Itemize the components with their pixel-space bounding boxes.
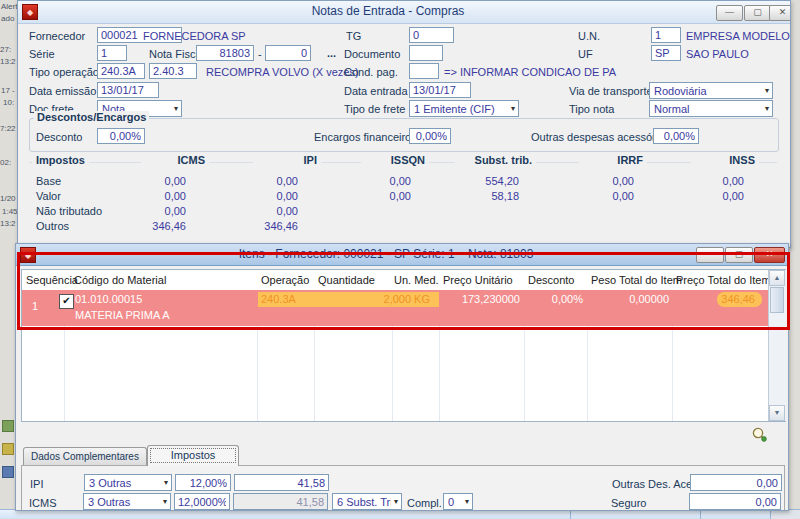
ipi-base: 0,00: [238, 175, 298, 187]
bg-toolbar-icon: [2, 420, 14, 432]
col-operacao[interactable]: Operação: [261, 274, 309, 286]
col-preco-unitario[interactable]: Preço Unitário: [443, 274, 513, 286]
item-desconto: 0,00%: [524, 293, 583, 305]
un-input[interactable]: [651, 27, 681, 43]
chevron-down-icon: ▾: [765, 104, 769, 113]
ipi-valor-input[interactable]: [234, 474, 329, 491]
maximize-button[interactable]: ▢: [744, 5, 771, 21]
tg-input[interactable]: [409, 27, 454, 43]
compl-label: Compl.: [407, 497, 442, 509]
bg-fragment: 13:2: [0, 219, 16, 228]
col-quantidade[interactable]: Quantidade: [318, 274, 375, 286]
nota-fiscal-input[interactable]: [196, 45, 254, 61]
impostos-row-valor: Valor: [36, 190, 61, 202]
grid-column-line: [439, 326, 440, 421]
item-checkbox[interactable]: ✔: [59, 294, 74, 309]
tipo-frete-select[interactable]: 1 Emitente (CIF)▾: [409, 100, 519, 117]
uf-label: UF: [578, 48, 593, 60]
uf-input[interactable]: [651, 45, 681, 61]
grid-column-line: [587, 326, 588, 421]
icms-valor: 0,00: [126, 190, 186, 202]
ipi-aliquota-input[interactable]: [175, 474, 231, 491]
desconto-input[interactable]: [97, 128, 145, 144]
impostos-header-subst: Subst. trib.: [455, 154, 536, 166]
data-entrada-input[interactable]: [409, 82, 471, 98]
item-row-selected[interactable]: 1 ✔ 01.010.00015 MATERIA PRIMA A 240.3A …: [22, 290, 768, 326]
tipo-nota-select[interactable]: Normal▾: [649, 100, 773, 117]
window-notas-entrada: ◆ Notas de Entrada - Compras — ▢ ✕ Forne…: [17, 0, 791, 248]
maximize-button[interactable]: ▢: [725, 247, 753, 263]
col-peso-total[interactable]: Peso Total do Item: [591, 274, 682, 286]
chevron-down-icon: ▾: [174, 104, 178, 113]
ipi-tipo-select[interactable]: 3 Outras▾: [84, 474, 172, 491]
tipo-operacao-code1-input[interactable]: [97, 63, 145, 79]
close-button[interactable]: ✕: [754, 247, 785, 263]
main-window-title: Notas de Entrada - Compras: [78, 1, 698, 22]
app-icon: ◆: [22, 4, 38, 20]
main-titlebar[interactable]: ◆ Notas de Entrada - Compras — ▢ ✕: [18, 1, 790, 24]
via-transporte-select[interactable]: Rodoviária▾: [649, 82, 773, 99]
more-button[interactable]: ...: [327, 47, 336, 59]
bottom-bar-segment: [770, 510, 800, 519]
outras-despesas-input[interactable]: [653, 128, 699, 144]
nota-fiscal-dash: -: [258, 48, 262, 60]
data-emissao-input[interactable]: [97, 82, 159, 98]
scroll-up-icon[interactable]: ▲: [769, 270, 785, 286]
serie-input[interactable]: [97, 45, 127, 61]
irrf-base: 0,00: [574, 175, 634, 187]
issqn-valor: 0,00: [351, 190, 411, 202]
col-un-med[interactable]: Un. Med.: [394, 274, 439, 286]
seguro-input[interactable]: [689, 493, 781, 510]
col-preco-total[interactable]: Preço Total do Item: [676, 274, 771, 286]
ipi-outros: 346,46: [238, 220, 298, 232]
tipo-operacao-label: Tipo operação: [29, 66, 99, 78]
bg-fragment: 27:: [0, 45, 11, 54]
inss-valor: 0,00: [684, 190, 744, 202]
minimize-button[interactable]: —: [696, 247, 724, 263]
item-preco-total: 346,46: [721, 293, 755, 305]
grid-scrollbar[interactable]: ▲ ▼: [768, 270, 786, 421]
chevron-down-icon: ▾: [465, 497, 469, 506]
impostos-header-ipi: IPI: [253, 154, 321, 166]
cond-pag-label: Cond. pag.: [344, 66, 398, 78]
items-grid: Sequência Código do Material Operação Qu…: [21, 269, 786, 422]
compl-select[interactable]: 0▾: [443, 493, 473, 510]
itens-titlebar[interactable]: ◆ Itens - Fornecedor: 000021 - SP Série:…: [16, 244, 788, 266]
col-desconto[interactable]: Desconto: [528, 274, 574, 286]
bg-toolbar-icon: [2, 466, 14, 478]
cond-pag-input[interactable]: [409, 63, 439, 79]
col-codigo-material[interactable]: Código do Material: [74, 274, 166, 286]
tab-dados-complementares[interactable]: Dados Complementares: [23, 447, 147, 465]
icms-valor-input[interactable]: [233, 493, 328, 510]
serie-label: Série: [29, 48, 55, 60]
outras-des-input[interactable]: [690, 474, 782, 491]
nota-fiscal-seq-input[interactable]: [265, 45, 311, 61]
descontos-group-title: Descontos/Encargos: [34, 111, 149, 123]
tipo-operacao-code2-input[interactable]: [149, 63, 197, 79]
scroll-down-icon[interactable]: ▼: [769, 405, 785, 421]
un-label: U.N.: [578, 30, 600, 42]
documento-input[interactable]: [409, 45, 443, 61]
desconto-label: Desconto: [36, 131, 82, 143]
bg-fragment: 02:: [0, 158, 11, 167]
ipi-tipo-value: 3 Outras: [89, 477, 131, 489]
subst-base: 554,20: [459, 175, 519, 187]
irrf-valor: 0,00: [574, 190, 634, 202]
grid-column-line: [672, 326, 673, 421]
zoom-items-icon[interactable]: [751, 426, 768, 443]
chevron-down-icon: ▾: [163, 497, 167, 506]
encargos-label: Encargos financeiros: [314, 131, 417, 143]
col-sequencia[interactable]: Sequência: [26, 274, 78, 286]
tipo-frete-label: Tipo de frete: [344, 103, 405, 115]
icms-subst-select[interactable]: 6 Subst. Trib▾: [332, 493, 402, 510]
scrollbar-thumb[interactable]: [770, 287, 784, 313]
icms-aliquota-input[interactable]: [174, 493, 230, 510]
minimize-button[interactable]: —: [716, 5, 743, 21]
icms-tipo-select[interactable]: 3 Outras▾: [83, 493, 171, 510]
close-button[interactable]: ✕: [769, 5, 791, 21]
tab-impostos[interactable]: Impostos: [147, 445, 239, 466]
encargos-input[interactable]: [409, 128, 451, 144]
item-seq: 1: [32, 300, 38, 312]
data-entrada-label: Data entrada: [344, 85, 408, 97]
grid-header: Sequência Código do Material Operação Qu…: [22, 270, 768, 291]
